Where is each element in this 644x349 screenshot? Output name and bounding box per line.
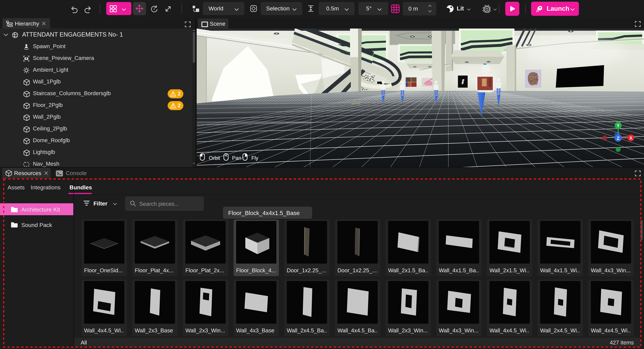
svg-text:X: X [630,135,632,141]
svg-text:Fly: Fly [251,155,258,161]
svg-text:Y: Y [617,123,620,128]
svg-text:Orbit: Orbit [209,155,220,161]
svg-text:Z: Z [617,136,620,141]
svg-text:Pan: Pan [232,155,241,161]
